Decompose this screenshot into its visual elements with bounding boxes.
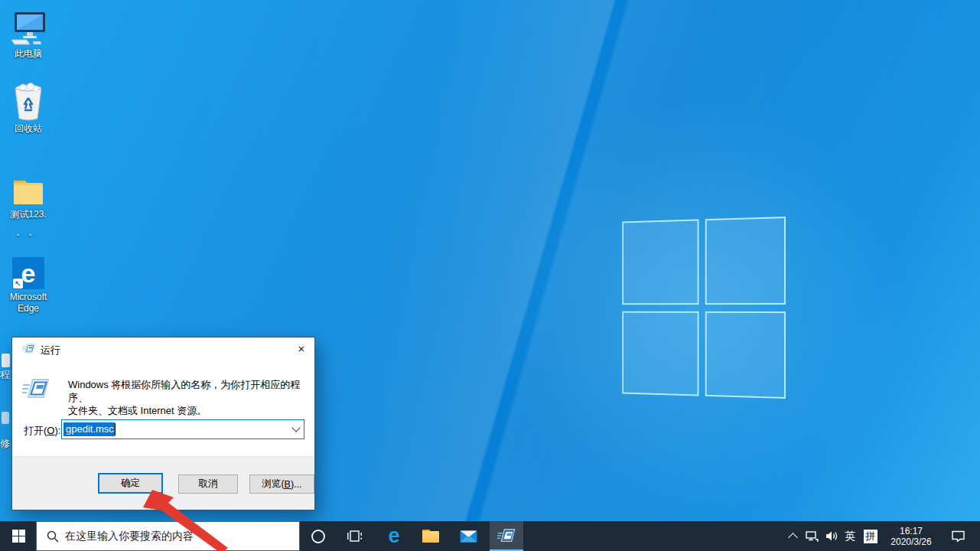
search-placeholder-text: 在这里输入你要搜索的内容 [65, 530, 194, 543]
cancel-button[interactable]: 取消 [178, 474, 238, 494]
desktop-icon-label: 此电脑 [0, 48, 57, 60]
desktop-icon-label-line2: 。。 [0, 227, 57, 238]
task-view-button[interactable] [338, 521, 370, 551]
edge-icon: e [388, 524, 399, 548]
input-selected-text[interactable]: gpedit.msc [63, 422, 115, 436]
hidden-icon-fragment [2, 354, 10, 367]
action-center-icon [951, 530, 965, 543]
windows-logo [622, 217, 786, 399]
run-app-icon [497, 528, 516, 543]
ime-mode-badge: 拼 [864, 530, 877, 543]
description-line1: Windows 将根据你所输入的名称，为你打开相应的程序、 [68, 378, 305, 404]
run-dialog-description: Windows 将根据你所输入的名称，为你打开相应的程序、 文件夹、文档或 In… [68, 378, 305, 417]
description-line2: 文件夹、文档或 Internet 资源。 [68, 404, 305, 417]
open-label: 打开(O): [24, 424, 60, 438]
run-dialog-icon [22, 377, 50, 400]
run-dialog: 运行 × Windows 将根据你所输入的名称，为你打开相应的程序、 文件夹、文… [11, 337, 315, 510]
mail-icon [460, 530, 477, 543]
chevron-up-icon [788, 533, 798, 543]
hidden-icon-label-fragment: 修 [0, 437, 10, 449]
desktop-icon-label: 测试123. [0, 209, 57, 220]
action-center-button[interactable] [944, 521, 972, 551]
run-dialog-footer: 确定 取消 浏览(B)... [12, 456, 314, 510]
desktop-icon-label: Microsoft [0, 292, 57, 303]
run-command-input[interactable]: gpedit.msc [61, 419, 304, 439]
text-caret [115, 423, 116, 435]
run-app-icon [22, 343, 35, 354]
chevron-down-icon [291, 423, 300, 432]
edge-icon: e ↖ [0, 253, 57, 289]
close-icon[interactable]: × [288, 337, 314, 360]
folder-icon [0, 170, 57, 207]
file-explorer-icon [422, 530, 439, 543]
tray-clock[interactable]: 16:17 2020/3/26 [884, 521, 939, 551]
hidden-icon-label-fragment: 程 [0, 368, 10, 380]
cortana-icon [311, 529, 326, 544]
start-button[interactable] [0, 521, 37, 551]
run-dialog-title: 运行 [41, 344, 60, 357]
desktop-icon-label-line2: Edge [0, 303, 57, 315]
ok-button[interactable]: 确定 [98, 473, 163, 494]
recycle-bin-icon [0, 84, 57, 121]
taskbar-run-button-active[interactable] [490, 521, 523, 551]
desktop-icon-edge[interactable]: e ↖ Microsoft Edge [0, 253, 57, 315]
browse-button[interactable]: 浏览(B)... [249, 474, 314, 494]
tray-show-hidden-icons[interactable] [783, 521, 802, 551]
taskbar-search-box[interactable]: 在这里输入你要搜索的内容 [36, 521, 300, 551]
task-view-icon [347, 529, 362, 543]
ime-language-text: 英 [845, 530, 855, 543]
tray-ime-mode[interactable]: 拼 [860, 521, 881, 551]
taskbar: 在这里输入你要搜索的内容 e [0, 521, 980, 551]
tray-network-button[interactable] [802, 521, 822, 551]
desktop-icon-test-folder[interactable]: 测试123. 。。 [0, 170, 57, 238]
taskbar-mail-button[interactable] [451, 521, 485, 551]
clock-time: 16:17 [900, 526, 923, 536]
hidden-icon-fragment [2, 412, 9, 424]
tray-ime-language[interactable]: 英 [840, 521, 860, 551]
windows-logo-pane-4 [705, 311, 786, 399]
desktop-icon-this-pc[interactable]: 此电脑 [0, 9, 57, 60]
desktop-icon-recycle-bin[interactable]: 回收站 [0, 84, 57, 135]
combo-dropdown-button[interactable] [288, 428, 304, 431]
windows-start-icon [12, 530, 25, 543]
edge-letter: e [21, 260, 36, 286]
shortcut-arrow-icon: ↖ [13, 279, 23, 289]
tray-volume-button[interactable] [822, 521, 842, 551]
windows-logo-pane-2 [705, 217, 786, 305]
search-icon [47, 530, 59, 543]
screen: 此电脑 回收站 测试123. 。。 [0, 0, 980, 551]
this-pc-icon [0, 9, 57, 46]
clock-date: 2020/3/26 [890, 536, 931, 547]
network-icon [806, 530, 819, 543]
taskbar-edge-button[interactable]: e [378, 521, 410, 551]
windows-logo-pane-3 [622, 311, 698, 396]
cortana-button[interactable] [304, 521, 332, 551]
run-dialog-titlebar[interactable]: 运行 × [12, 337, 314, 360]
desktop-icon-label: 回收站 [0, 123, 57, 135]
speaker-icon [825, 530, 838, 542]
taskbar-explorer-button[interactable] [415, 521, 447, 551]
windows-logo-pane-1 [622, 219, 698, 304]
